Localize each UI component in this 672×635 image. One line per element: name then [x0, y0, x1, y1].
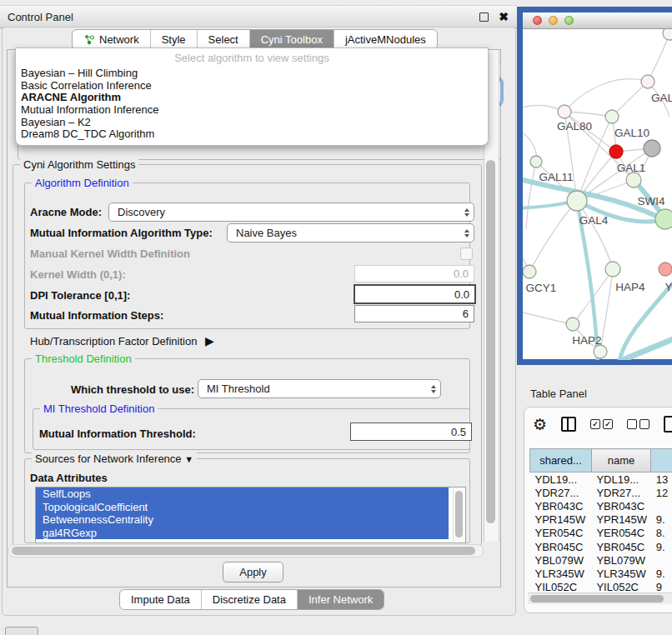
node-label: HAP4	[615, 281, 645, 293]
split-columns-icon[interactable]	[561, 417, 576, 432]
list-item[interactable]: TopologicalCoefficient	[36, 501, 449, 514]
menu-item[interactable]: Dream8 DC_TDC Algorithm	[16, 128, 488, 141]
node-label: GAL10	[614, 127, 649, 139]
apply-button[interactable]: Apply	[223, 562, 283, 582]
mi-threshold-label: Mutual Information Threshold:	[39, 428, 196, 440]
tab-cyni-toolbox-label: Cyni Toolbox	[261, 33, 323, 46]
tab-network[interactable]: Network	[73, 30, 151, 49]
column-header[interactable]: shared...	[530, 449, 592, 472]
network-canvas[interactable]: GAL7 GAL80 GAL10 GAL1 GAL11 SWI4 GAL4 GC…	[523, 29, 672, 360]
minimize-traffic-light-icon[interactable]	[549, 16, 558, 25]
table-row[interactable]: YBL079WYBL079W	[530, 553, 672, 567]
list-item[interactable]: gal4RGexp	[36, 527, 449, 540]
threshold-definition-title: Threshold Definition	[32, 352, 135, 365]
gear-icon[interactable]: ⚙	[533, 417, 547, 432]
menu-item-selected[interactable]: ARACNE Algorithm	[16, 92, 488, 104]
sources-title[interactable]: Sources for Network Inference ▼	[32, 452, 197, 465]
close-traffic-light-icon[interactable]	[533, 16, 542, 25]
stepper-arrows-icon	[460, 229, 474, 238]
corner-button-fragment[interactable]	[5, 627, 38, 635]
node-gal10[interactable]	[605, 110, 619, 123]
node-gal4[interactable]	[567, 191, 587, 211]
node-label: GAL80	[557, 120, 592, 132]
dpi-tolerance-input[interactable]: 0.0	[354, 284, 476, 304]
which-threshold-combo[interactable]: MI Threshold	[198, 379, 441, 398]
mi-algorithm-type-value: Naive Bayes	[228, 227, 460, 239]
control-panel-titlebar[interactable]: Control Panel ✖	[0, 5, 517, 28]
aracne-mode-value: Discovery	[109, 206, 460, 218]
data-attributes-list[interactable]: SelfLoops TopologicalCoefficient Between…	[35, 487, 466, 543]
node-gray[interactable]	[644, 140, 660, 157]
menu-item[interactable]: Mutual Information Inference	[16, 104, 488, 117]
cyni-bottom-tabbar: Impute Data Discretize Data Infer Networ…	[119, 589, 384, 610]
sources-title-label: Sources for Network Inference	[35, 452, 182, 465]
list-scrollbar[interactable]	[453, 488, 464, 542]
float-window-icon[interactable]	[479, 12, 489, 22]
table-horizontal-scrollbar[interactable]	[528, 592, 672, 604]
scrollbar-thumb[interactable]	[530, 595, 664, 602]
tab-select[interactable]: Select	[198, 30, 250, 49]
menu-item[interactable]: Basic Correlation Inference	[16, 80, 488, 92]
mi-steps-label: Mutual Information Steps:	[30, 309, 163, 322]
table-row[interactable]: YDL19...YDL19...13	[530, 472, 672, 487]
tab-jactivemnodules[interactable]: jActiveMNodules	[334, 30, 437, 49]
column-header[interactable]	[651, 449, 672, 472]
tab-impute-data[interactable]: Impute Data	[120, 590, 202, 609]
mi-steps-input[interactable]: 6	[354, 305, 474, 322]
node[interactable]	[594, 345, 607, 358]
node-salmon[interactable]	[659, 262, 672, 276]
tab-select-label: Select	[208, 33, 238, 46]
network-window-titlebar[interactable]	[523, 12, 672, 29]
tab-infer-network[interactable]: Infer Network	[298, 590, 384, 609]
node-gcy1[interactable]	[523, 265, 536, 278]
select-none-icon[interactable]	[627, 419, 649, 429]
dpi-tolerance-label: DPI Tolerance [0,1]:	[30, 289, 130, 302]
document-icon[interactable]	[664, 416, 672, 432]
settings-horizontal-scrollbar[interactable]	[8, 544, 484, 558]
chevron-right-icon: ▶	[205, 334, 214, 348]
table-row[interactable]: YER054CYER054C8.	[530, 527, 672, 540]
table-row[interactable]: YBR045CYBR045C9.	[530, 540, 672, 553]
tab-style[interactable]: Style	[151, 30, 198, 49]
aracne-mode-combo[interactable]: Discovery	[108, 202, 474, 222]
list-item[interactable]: BetweennessCentrality	[36, 513, 449, 527]
node-gal11[interactable]	[530, 156, 542, 168]
mi-threshold-definition-title: MI Threshold Definition	[40, 402, 158, 415]
table-row[interactable]: YPR145WYPR145W9.	[530, 513, 672, 527]
node-green[interactable]	[655, 209, 672, 229]
network-view-window[interactable]: GAL7 GAL80 GAL10 GAL1 GAL11 SWI4 GAL4 GC…	[517, 7, 672, 365]
menu-item[interactable]: Bayesian – Hill Climbing	[16, 68, 488, 80]
tab-style-label: Style	[162, 33, 186, 46]
algorithm-definition-title: Algorithm Definition	[32, 177, 133, 189]
list-item[interactable]: SelfLoops	[36, 488, 449, 501]
tab-discretize-data-label: Discretize Data	[213, 593, 286, 606]
node-table: shared... name YDL19...YDL19...13 YDR27.…	[529, 448, 672, 594]
manual-kernel-width-checkbox[interactable]	[460, 248, 473, 260]
menu-item[interactable]: Bayesian – K2	[16, 117, 488, 129]
node-hap2[interactable]	[566, 318, 579, 331]
mi-threshold-input[interactable]: 0.5	[350, 422, 472, 441]
tab-discretize-data[interactable]: Discretize Data	[202, 590, 298, 609]
node-gal1[interactable]	[626, 172, 641, 188]
table-row[interactable]: YBR043CYBR043C	[530, 499, 672, 512]
zoom-traffic-light-icon[interactable]	[564, 16, 574, 25]
hub-definition-toggle[interactable]: Hub/Transcription Factor Definition ▶	[30, 334, 214, 348]
tab-cyni-toolbox[interactable]: Cyni Toolbox	[250, 30, 334, 49]
algorithm-select-popup: Select algorithm to view settings Bayesi…	[15, 48, 489, 146]
column-header[interactable]: name	[591, 449, 650, 472]
stepper-arrows-icon	[427, 385, 440, 393]
table-row[interactable]: YLR345WYLR345W9.	[530, 567, 672, 580]
popup-prompt: Select algorithm to view settings	[16, 48, 488, 68]
table-row[interactable]: YDR27...YDR27...12	[530, 486, 672, 499]
node-hap4[interactable]	[605, 262, 620, 277]
scrollbar-thumb[interactable]	[486, 160, 495, 523]
select-all-icon[interactable]: ✓✓	[590, 419, 613, 429]
node[interactable]	[663, 29, 672, 40]
node-gal80[interactable]	[558, 105, 571, 118]
node-selected-red[interactable]	[609, 145, 623, 158]
kernel-width-input[interactable]: 0.0	[354, 265, 474, 282]
close-icon[interactable]: ✖	[499, 12, 509, 21]
node[interactable]	[641, 75, 654, 88]
mi-algorithm-type-combo[interactable]: Naive Bayes	[227, 223, 474, 242]
scrollbar-thumb[interactable]	[12, 547, 475, 555]
